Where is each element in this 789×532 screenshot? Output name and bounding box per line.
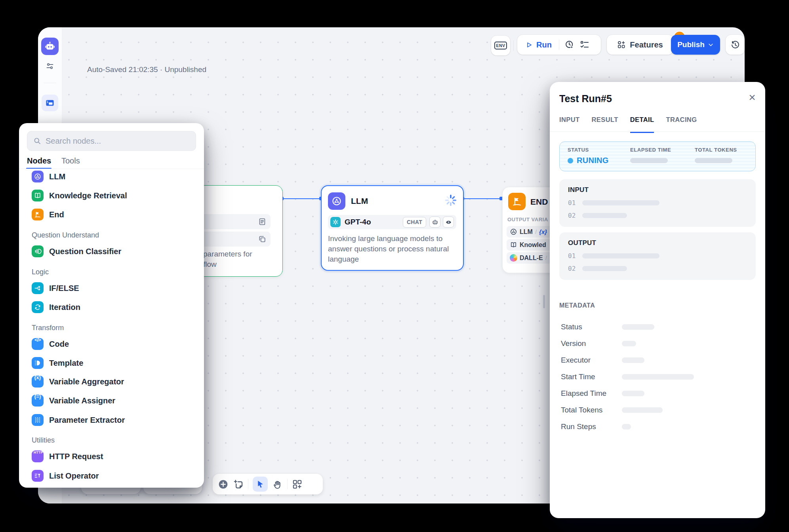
organize-nodes-button[interactable] <box>292 479 303 490</box>
node-palette-item-variable-aggregator[interactable]: {x}Variable Aggregator <box>19 372 204 391</box>
node-palette-item-if-else[interactable]: IF/ELSE <box>19 279 204 298</box>
metadata-label: Elapsed Time <box>561 389 622 398</box>
metadata-row: Elapsed Time <box>559 385 756 402</box>
publish-label: Publish <box>677 40 705 49</box>
skeleton-bar <box>582 213 627 218</box>
pextract-icon <box>32 414 44 426</box>
test-run-panel: Test Run#5 × INPUTRESULTDETAILTRACING ST… <box>550 82 765 518</box>
document-icon <box>258 217 267 226</box>
llm-node[interactable]: LLM GPT-4o CHAT Invoking large language … <box>321 185 464 271</box>
code-icon: </> <box>32 338 44 350</box>
version-history-button[interactable] <box>726 35 745 55</box>
node-palette-item-iteration[interactable]: Iteration <box>19 298 204 317</box>
status-card: STATUS RUNING ELAPSED TIME TOTAL TOKENS <box>559 141 756 171</box>
iteration-icon <box>32 301 44 313</box>
node-palette-item-code[interactable]: </>Code <box>19 334 204 353</box>
node-item-label: Template <box>49 359 83 368</box>
skeleton-bar <box>630 158 668 163</box>
listop-icon <box>32 470 44 482</box>
search-icon <box>33 137 42 145</box>
dalle-icon <box>510 254 517 262</box>
row-number: 01 <box>568 252 576 260</box>
toolbar-divider <box>248 479 248 489</box>
skeleton-bar <box>582 266 627 271</box>
run-panel-tab-result[interactable]: RESULT <box>592 110 618 132</box>
skeleton-bar <box>582 200 659 205</box>
run-history-icon[interactable] <box>564 40 575 50</box>
node-palette-item-parameter-extractor[interactable]: Parameter Extractor <box>19 410 204 429</box>
run-panel-tab-input[interactable]: INPUT <box>559 110 580 132</box>
cursor-icon <box>255 479 265 489</box>
metadata-row: Start Time <box>559 369 756 385</box>
node-palette-item-list-operator[interactable]: List Operator <box>19 466 204 485</box>
node-item-label: Variable Assigner <box>49 396 115 405</box>
separator: / <box>535 228 537 235</box>
add-node-button[interactable] <box>218 479 229 490</box>
panel-resize-handle[interactable] <box>543 295 545 308</box>
copy-icon <box>258 235 267 243</box>
llm-node-title: LLM <box>351 196 368 206</box>
publish-button[interactable]: Publish <box>671 35 720 55</box>
pointer-mode-button[interactable] <box>253 477 268 492</box>
node-palette-item-variable-assigner[interactable]: {=}Variable Assigner <box>19 391 204 410</box>
run-panel-tab-tracing[interactable]: TRACING <box>666 110 697 132</box>
node-item-label: IF/ELSE <box>49 284 79 293</box>
tab-nodes[interactable]: Nodes <box>27 156 51 165</box>
metadata-label: Start Time <box>561 372 622 381</box>
node-palette-item-http-request[interactable]: HTTPHTTP Request <box>19 447 204 466</box>
node-palette-item-template[interactable]: Template <box>19 353 204 372</box>
node-palette-item-llm[interactable]: LLM <box>19 167 204 186</box>
sliders-icon[interactable] <box>45 61 55 71</box>
autosave-status: Auto-Saved 21:02:35 · Unpublished <box>87 65 206 74</box>
node-item-label: Iteration <box>49 303 80 312</box>
node-palette-item-end[interactable]: End <box>19 205 204 224</box>
hand-mode-button[interactable] <box>272 479 283 490</box>
search-placeholder: Search nodes... <box>46 137 101 146</box>
skeleton-bar <box>582 253 659 258</box>
tab-tools[interactable]: Tools <box>61 156 80 165</box>
toolbar-divider <box>287 479 288 489</box>
node-item-label: Parameter Extractor <box>49 416 125 425</box>
metadata-row: Status <box>559 319 756 335</box>
skeleton-row: 02 <box>568 265 747 272</box>
close-icon[interactable]: × <box>746 91 758 103</box>
llm-model-row[interactable]: GPT-4o CHAT <box>328 215 456 229</box>
app-logo[interactable] <box>41 38 59 55</box>
run-label: Run <box>536 40 552 49</box>
variable-label: Knowled <box>520 241 546 249</box>
run-group-divider <box>559 40 559 50</box>
node-category-header: Question Understand <box>32 229 99 241</box>
node-palette-item-knowledge-retrieval[interactable]: Knowledge Retrieval <box>19 186 204 205</box>
node-palette-item-question-classifier[interactable]: Question Classifier <box>19 242 204 261</box>
run-button[interactable]: Run <box>517 35 559 55</box>
sidebar-item-workflow[interactable] <box>42 95 58 111</box>
model-name: GPT-4o <box>345 218 371 226</box>
row-number: 02 <box>568 265 576 272</box>
skeleton-row: 02 <box>568 212 747 219</box>
run-button-group: Run 2 <box>517 35 601 55</box>
skeleton-row: 01 <box>568 252 747 260</box>
canvas-toolbar <box>213 474 323 494</box>
search-input[interactable]: Search nodes... <box>27 131 196 151</box>
node-item-label: LLM <box>49 172 65 181</box>
node-category-header: Transform <box>32 322 64 334</box>
features-icon <box>617 40 626 49</box>
window-icon <box>45 98 55 108</box>
output-variables-label: OUTPUT VARIA <box>507 217 548 222</box>
tabs-divider <box>550 131 765 132</box>
features-button[interactable]: Features <box>607 35 673 55</box>
metadata-title: METADATA <box>559 302 595 309</box>
env-icon: ENV <box>494 42 507 49</box>
node-item-label: Variable Aggregator <box>49 377 124 386</box>
llm-node-description: Invoking large language models to answer… <box>328 234 455 264</box>
checklist-icon[interactable] <box>579 40 590 50</box>
edge-llm-end <box>463 198 501 199</box>
output-title: OUTPUT <box>568 239 747 247</box>
env-button[interactable]: ENV <box>491 36 510 55</box>
skeleton-row: 01 <box>568 199 747 207</box>
add-note-button[interactable] <box>233 479 244 490</box>
skeleton-bar <box>622 324 654 330</box>
llm-node-icon <box>328 192 345 210</box>
ifelse-icon <box>32 282 44 294</box>
run-panel-tab-detail[interactable]: DETAIL <box>630 110 654 133</box>
